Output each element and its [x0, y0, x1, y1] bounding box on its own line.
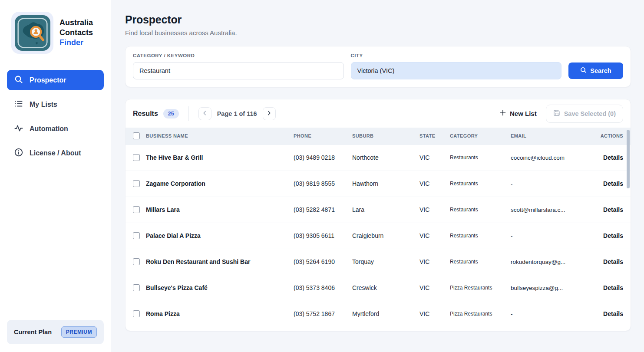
results-card: Results 25 Page 1 of 116: [125, 99, 631, 331]
brand-line-2: Contacts: [59, 28, 93, 38]
column-header-actions: ACTIONS: [584, 128, 631, 145]
city-input[interactable]: [351, 62, 562, 79]
business-name-cell: Roku Den Restaurant and Sushi Bar: [146, 249, 294, 275]
list-icon: [14, 99, 23, 110]
sidebar-item-license-about[interactable]: License / About: [7, 143, 104, 163]
table-row: Bullseye's Pizza Café (03) 5373 8406 Cre…: [125, 275, 631, 301]
details-link[interactable]: Details: [603, 284, 623, 291]
search-button[interactable]: Search: [568, 63, 623, 79]
row-checkbox[interactable]: [133, 284, 140, 291]
details-link[interactable]: Details: [603, 258, 623, 265]
save-icon: [553, 109, 560, 118]
details-link[interactable]: Details: [603, 154, 623, 161]
suburb-cell: Creswick: [352, 275, 419, 301]
plan-badge: PREMIUM: [61, 326, 97, 338]
search-icon: [14, 75, 23, 86]
sidebar-item-automation[interactable]: Automation: [7, 118, 104, 139]
page-title: Prospector: [125, 13, 631, 26]
keyword-label: CATEGORY / KEYWORD: [133, 53, 344, 58]
row-checkbox[interactable]: [133, 206, 140, 213]
chevron-left-icon: [202, 110, 208, 117]
city-label: CITY: [351, 53, 562, 58]
business-name-cell: Zagame Corporation: [146, 171, 294, 197]
email-cell: -: [511, 301, 584, 327]
save-selected-button[interactable]: Save Selected (0): [546, 105, 623, 123]
column-header-business-name: BUSINESS NAME: [146, 128, 294, 145]
email-cell: -: [511, 223, 584, 249]
state-cell: VIC: [419, 301, 450, 327]
suburb-cell: Craigieburn: [352, 223, 419, 249]
state-cell: VIC: [419, 197, 450, 223]
sidebar-item-label: My Lists: [30, 101, 57, 109]
sidebar: Australia Contacts Finder Prospector: [0, 0, 111, 352]
plus-icon: [499, 109, 506, 118]
toolbar-divider: [188, 106, 189, 121]
sidebar-item-my-lists[interactable]: My Lists: [7, 94, 104, 115]
sidebar-item-prospector[interactable]: Prospector: [7, 70, 104, 90]
results-count-badge: 25: [163, 109, 179, 118]
australia-finder-logo-icon: [15, 15, 50, 51]
category-cell: Restaurants: [450, 223, 511, 249]
brand-line-3: Finder: [59, 38, 93, 48]
state-cell: VIC: [419, 145, 450, 171]
state-cell: VIC: [419, 275, 450, 301]
category-cell: Pizza Restaurants: [450, 275, 511, 301]
column-header-category: CATEGORY: [450, 128, 511, 145]
table-row: Roma Pizza (03) 5752 1867 Myrtleford VIC…: [125, 301, 631, 327]
phone-cell: (03) 5752 1867: [294, 301, 352, 327]
table-row: Zagame Corporation (03) 9819 8555 Hawtho…: [125, 171, 631, 197]
chevron-right-icon: [266, 110, 272, 117]
table-row: Palace Dial A Pizza (03) 9305 6611 Craig…: [125, 223, 631, 249]
business-name-cell: Millars Lara: [146, 197, 294, 223]
details-link[interactable]: Details: [603, 206, 623, 213]
sidebar-item-label: Automation: [30, 125, 68, 133]
row-checkbox[interactable]: [133, 154, 140, 161]
page-indicator: Page 1 of 116: [217, 110, 257, 117]
table-row: Roku Den Restaurant and Sushi Bar (03) 5…: [125, 249, 631, 275]
row-checkbox[interactable]: [133, 310, 140, 317]
details-link[interactable]: Details: [603, 180, 623, 187]
email-cell: -: [511, 171, 584, 197]
sidebar-item-label: Prospector: [30, 76, 66, 84]
suburb-cell: Myrtleford: [352, 301, 419, 327]
phone-cell: (03) 9305 6611: [294, 223, 352, 249]
state-cell: VIC: [419, 171, 450, 197]
search-icon: [580, 67, 587, 75]
email-cell: rokudentorquay@g...: [511, 249, 584, 275]
select-all-checkbox[interactable]: [133, 132, 140, 139]
brand-name: Australia Contacts Finder: [59, 18, 93, 48]
results-table: BUSINESS NAME PHONE SUBURB STATE CATEGOR…: [125, 128, 631, 327]
business-name-cell: Bullseye's Pizza Café: [146, 275, 294, 301]
suburb-cell: Torquay: [352, 249, 419, 275]
new-list-label: New List: [510, 110, 537, 117]
current-plan-box: Current Plan PREMIUM: [7, 320, 104, 344]
state-cell: VIC: [419, 249, 450, 275]
save-selected-label: Save Selected (0): [564, 110, 616, 117]
row-checkbox[interactable]: [133, 180, 140, 187]
prev-page-button[interactable]: [198, 107, 211, 120]
new-list-button[interactable]: New List: [499, 109, 537, 118]
details-link[interactable]: Details: [603, 232, 623, 239]
main-content: Prospector Find local businesses across …: [111, 0, 644, 352]
email-cell: scott@millarslara.c...: [511, 197, 584, 223]
phone-cell: (03) 5282 4871: [294, 197, 352, 223]
keyword-input[interactable]: [133, 62, 344, 79]
table-scrollbar-thumb[interactable]: [627, 130, 630, 188]
suburb-cell: Lara: [352, 197, 419, 223]
phone-cell: (03) 5373 8406: [294, 275, 352, 301]
row-checkbox[interactable]: [133, 258, 140, 265]
category-cell: Pizza Restaurants: [450, 301, 511, 327]
row-checkbox[interactable]: [133, 232, 140, 239]
email-cell: bullseyespizza@g...: [511, 275, 584, 301]
details-link[interactable]: Details: [603, 310, 623, 317]
business-name-cell: The Hive Bar & Grill: [146, 145, 294, 171]
state-cell: VIC: [419, 223, 450, 249]
results-toolbar: Results 25 Page 1 of 116: [125, 99, 631, 128]
next-page-button[interactable]: [263, 107, 276, 120]
app-logo: [11, 12, 53, 54]
phone-cell: (03) 5264 6190: [294, 249, 352, 275]
column-header-suburb: SUBURB: [352, 128, 419, 145]
category-cell: Restaurants: [450, 145, 511, 171]
keyword-field-group: CATEGORY / KEYWORD: [133, 53, 344, 79]
info-icon: [14, 148, 23, 158]
